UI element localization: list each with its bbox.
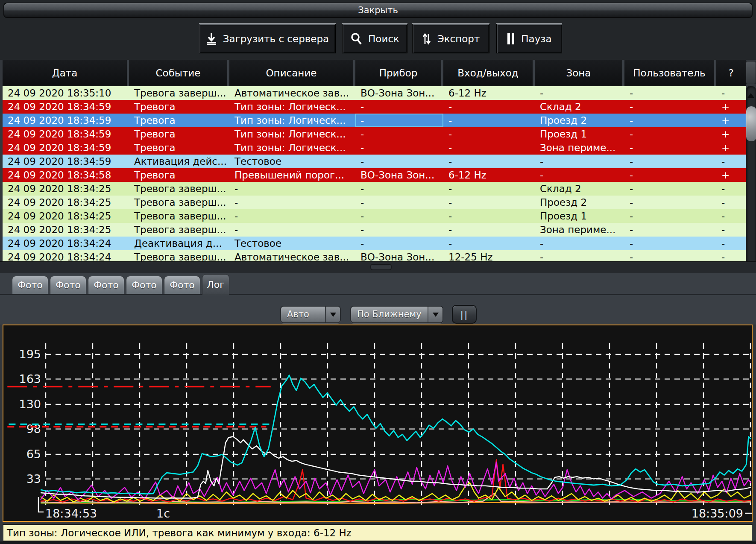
table-cell: - <box>624 155 716 168</box>
table-cell: - <box>355 209 443 223</box>
series-cyan <box>41 375 751 494</box>
table-cell: - <box>355 223 443 237</box>
tab-photo-3[interactable]: Фото <box>88 276 124 294</box>
table-cell: Тревога заверш... <box>129 209 229 223</box>
column-header-5[interactable]: Вход/выход <box>443 60 535 86</box>
table-cell: Тревога заверш... <box>129 196 229 209</box>
table-cell: 24 09 2020 18:34:24 <box>3 237 129 250</box>
table-cell: Автоматическое зав... <box>229 250 355 261</box>
series-white <box>41 437 751 498</box>
y-axis-tick-label: 130 <box>19 398 41 411</box>
table-row[interactable]: 24 09 2020 18:34:24Тревога заверш...Авто… <box>3 250 746 261</box>
table-cell: Тестовое <box>229 155 355 168</box>
toolbar-button-label: Экспорт <box>437 33 480 44</box>
table-cell: - <box>443 127 535 141</box>
table-cell: + <box>716 114 746 127</box>
signal-plot: 19516313098653318:34:531с18:35:09 <box>3 325 752 521</box>
tab-photo-2[interactable]: Фото <box>50 276 86 294</box>
toolbar-button-3[interactable]: Экспорт <box>412 24 489 53</box>
column-header-2[interactable]: Событие <box>129 60 229 86</box>
table-row[interactable]: 24 09 2020 18:35:10Тревога заверш...Авто… <box>3 86 746 100</box>
table-cell: + <box>716 100 746 114</box>
table-row[interactable]: 24 09 2020 18:34:59ТревогаТип зоны: Логи… <box>3 114 746 127</box>
table-cell: Превышений порог... <box>229 168 355 182</box>
table-header: ДатаСобытиеОписаниеПриборВход/выходЗонаП… <box>3 60 746 86</box>
table-row[interactable]: 24 09 2020 18:34:25Тревога заверш...---С… <box>3 182 746 196</box>
table-cell: - <box>624 223 716 237</box>
splitter[interactable] <box>0 261 756 273</box>
table-cell: - <box>443 237 535 250</box>
table-cell: - <box>624 196 716 209</box>
table-cell: + <box>716 141 746 155</box>
table-cell: 24 09 2020 18:35:10 <box>3 86 129 100</box>
table-cell: - <box>535 86 624 100</box>
table-cell: 24 09 2020 18:34:59 <box>3 100 129 114</box>
table-row[interactable]: 24 09 2020 18:34:25Тревога заверш...---П… <box>3 209 746 223</box>
column-header-6[interactable]: Зона <box>535 60 624 86</box>
scrollbar-top-cap <box>746 61 756 84</box>
table-cell: 6-12 Hz <box>443 86 535 100</box>
table-row[interactable]: 24 09 2020 18:34:25Тревога заверш...---П… <box>3 196 746 209</box>
table-cell: - <box>624 100 716 114</box>
chart-pause-button[interactable]: || <box>452 305 477 324</box>
scrollbar-track[interactable] <box>746 86 756 276</box>
chart-controls: Авто По Ближнему || <box>0 296 756 325</box>
mode-select-value: По Ближнему <box>351 307 428 322</box>
table-cell: - <box>716 237 746 250</box>
table-cell: - <box>535 237 624 250</box>
table-cell: ВО-Зона Зон... <box>355 86 443 100</box>
table-row[interactable]: 24 09 2020 18:34:59ТревогаТип зоны: Логи… <box>3 100 746 114</box>
table-cell: 24 09 2020 18:34:24 <box>3 250 129 261</box>
column-header-4[interactable]: Прибор <box>355 60 443 86</box>
table-cell: Проезд 2 <box>535 196 624 209</box>
table-row[interactable]: 24 09 2020 18:34:59ТревогаТип зоны: Логи… <box>3 127 746 141</box>
tab-log[interactable]: Лог <box>202 274 229 295</box>
table-cell: Тревога заверш... <box>129 250 229 261</box>
splitter-handle[interactable] <box>370 264 392 270</box>
scrollbar-thumb[interactable] <box>746 106 756 142</box>
table-row[interactable]: 24 09 2020 18:34:59Активация дейс...Тест… <box>3 155 746 168</box>
close-button[interactable]: Закрыть <box>3 3 753 18</box>
tab-photo-4[interactable]: Фото <box>126 276 162 294</box>
table-cell: Тип зоны: Логическ... <box>229 127 355 141</box>
table-cell: Тип зоны: Логическ... <box>229 141 355 155</box>
table-cell: Деактивация д... <box>129 237 229 250</box>
table-cell: - <box>229 223 355 237</box>
scrollbar-up-button[interactable] <box>746 89 756 102</box>
table-cell: - <box>716 196 746 209</box>
table-cell: - <box>443 182 535 196</box>
y-axis-tick-label: 163 <box>19 372 41 386</box>
table-cell: + <box>716 127 746 141</box>
column-header-1[interactable]: Дата <box>3 60 129 86</box>
table-cell: - <box>443 141 535 155</box>
column-header-3[interactable]: Описание <box>229 60 355 86</box>
table-cell: - <box>355 182 443 196</box>
toolbar-button-4[interactable]: Пауза <box>496 24 562 53</box>
chevron-down-icon[interactable] <box>428 307 442 322</box>
scale-select[interactable]: Авто <box>280 306 341 323</box>
table-row[interactable]: 24 09 2020 18:34:25Тревога заверш...---З… <box>3 223 746 237</box>
toolbar-button-1[interactable]: Загрузить с сервера <box>199 24 336 53</box>
table-cell: - <box>624 114 716 127</box>
table-cell: - <box>443 196 535 209</box>
table-cell: Зона периме... <box>535 223 624 237</box>
table-cell: - <box>624 141 716 155</box>
table-cell: - <box>355 155 443 168</box>
toolbar-button-2[interactable]: Поиск <box>342 24 407 53</box>
table-row[interactable]: 24 09 2020 18:34:59ТревогаТип зоны: Логи… <box>3 141 746 155</box>
table-cell: - <box>716 223 746 237</box>
table-row[interactable]: 24 09 2020 18:34:58ТревогаПревышений пор… <box>3 168 746 182</box>
table-cell: Зона периме... <box>535 141 624 155</box>
table-cell: Тревога <box>129 114 229 127</box>
status-bar: Тип зоны: Логическое ИЛИ, тревога как ми… <box>3 524 753 541</box>
column-header-8[interactable]: ? <box>716 60 746 86</box>
chevron-down-icon[interactable] <box>325 307 340 322</box>
mode-select[interactable]: По Ближнему <box>350 306 443 323</box>
table-cell: - <box>624 250 716 261</box>
table-cell: Тревога <box>129 168 229 182</box>
tab-photo-1[interactable]: Фото <box>12 276 48 294</box>
tab-photo-5[interactable]: Фото <box>164 276 200 294</box>
column-header-7[interactable]: Пользователь <box>624 60 716 86</box>
table-cell: - <box>716 250 746 261</box>
table-row[interactable]: 24 09 2020 18:34:24Деактивация д...Тесто… <box>3 237 746 250</box>
